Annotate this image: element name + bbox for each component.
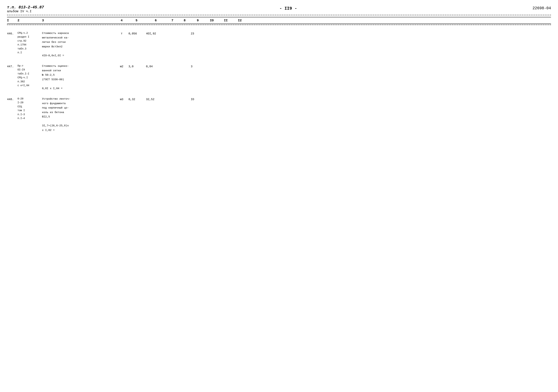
col-header-8: 8 (179, 19, 191, 22)
entry-448-description: Устройство ленточ- ного фундамента под к… (42, 97, 115, 133)
entry-446-col7 (179, 31, 191, 58)
entry-446-col9 (205, 31, 219, 58)
entry-448-reference: 6–20I–20ССЦтом Iп.I–3п.I–4 (17, 97, 42, 133)
entry-447-col7 (179, 64, 191, 91)
entry-447-col9 (205, 64, 219, 91)
entry-447-col8: 3 (191, 64, 205, 91)
entry-446-col8: 23 (191, 31, 205, 58)
col-header-9: 9 (191, 19, 205, 22)
header-subtitle: альбом IV ч.I (7, 10, 44, 13)
table-row: 446. СРЦ–ч.2раздел Iстр.92п.1794табл.3п.… (7, 31, 551, 58)
col-header-10: IO (205, 19, 219, 22)
col-header-6: 6 (145, 19, 166, 22)
entry-447-col5: 0,84 (145, 64, 166, 91)
table-row: 447. Пр–тOI–I9табл.I–IСРЦ–ч.Iп.382с к=I,… (7, 64, 551, 91)
table-row: 448. 6–20I–20ССЦтом Iп.I–3п.I–4 Устройст… (7, 97, 551, 133)
entry-446-col11 (233, 31, 247, 58)
entry-446-reference: СРЦ–ч.2раздел Iстр.92п.1794табл.3п.I (17, 31, 42, 58)
entry-447-unit: м2 (115, 64, 128, 91)
entry-446-col10 (219, 31, 233, 58)
header-center: - II9 - (279, 6, 297, 13)
entry-448-unit: м3 (115, 97, 128, 133)
entry-447-col6 (166, 64, 179, 91)
column-headers: I 2 3 4 5 6 7 8 9 IO II I2 (7, 17, 551, 24)
col-header-1: I (7, 19, 17, 22)
entry-448-col4: 0,32 (128, 97, 145, 133)
entry-446-col5: 4OI,92 (145, 31, 166, 58)
header-left: т.п. 813-2-45.87 альбом IV ч.I (7, 5, 44, 13)
entry-446-unit: т (115, 31, 128, 58)
header-right: 22698-04 (532, 6, 551, 13)
entry-447-col4: 3,0 (128, 64, 145, 91)
entry-448-col6 (166, 97, 179, 133)
entry-448-number: 448. (7, 97, 17, 133)
entry-448-col8: IO (191, 97, 205, 133)
top-divider (7, 15, 551, 15)
entry-448-col5: 32,52 (145, 97, 166, 133)
entry-447-reference: Пр–тOI–I9табл.I–IСРЦ–ч.Iп.382с к=I,04 (17, 64, 42, 91)
entry-448-col9 (205, 97, 219, 133)
entry-446-col6 (166, 31, 179, 58)
entry-448-col10 (219, 97, 233, 133)
entry-447-description: Стоимость оцинко- ванной сетки № 50–2,5 … (42, 64, 115, 91)
entry-448-col11 (233, 97, 247, 133)
col-header-7: 7 (166, 19, 179, 22)
entry-446-number: 446. (7, 31, 17, 58)
header-divider (7, 25, 551, 25)
entry-447-col11 (233, 64, 247, 91)
header-title: т.п. 813-2-45.87 (7, 5, 44, 10)
entry-446-col4: 0,056 (128, 31, 145, 58)
entry-447-col10 (219, 64, 233, 91)
entry-446-description: Стоимость каркаса металлической ка- литк… (42, 31, 115, 58)
col-header-11: II (219, 19, 233, 22)
col-header-12: I2 (233, 19, 247, 22)
entry-447-number: 447. (7, 64, 17, 91)
col-header-3: 3 (42, 19, 115, 22)
col-header-2: 2 (17, 19, 42, 22)
page-header: т.п. 813-2-45.87 альбом IV ч.I - II9 - 2… (7, 5, 551, 13)
entry-448-col7 (179, 97, 191, 133)
col-header-5: 5 (128, 19, 145, 22)
col-header-4: 4 (115, 19, 128, 22)
